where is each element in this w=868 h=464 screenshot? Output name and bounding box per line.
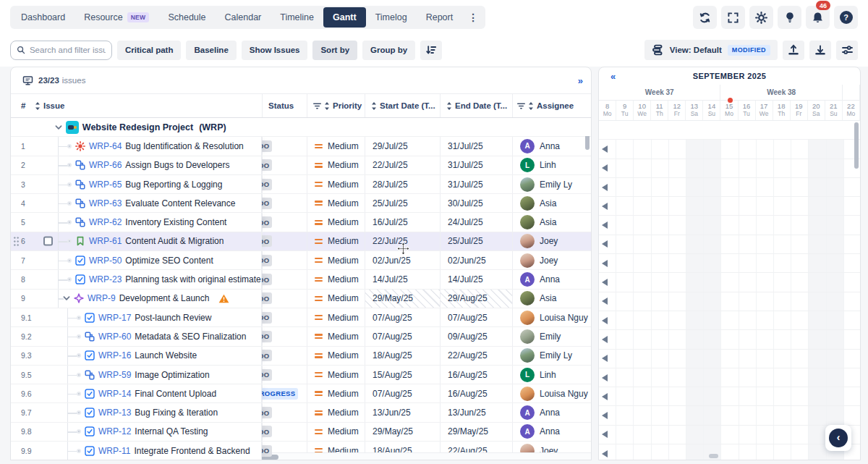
issue-row[interactable]: 7WRP-50Optimize SEO ContentTO DOMedium02… xyxy=(11,251,591,270)
issue-key[interactable]: WRP-14 xyxy=(98,389,131,399)
offscreen-task-left-icon[interactable] xyxy=(602,298,608,305)
issue-key[interactable]: WRP-59 xyxy=(98,370,131,380)
offscreen-task-left-icon[interactable] xyxy=(602,431,608,438)
end-date-cell[interactable]: 31/Jul/25 xyxy=(440,175,512,193)
notifications-button[interactable]: 46 xyxy=(806,6,830,29)
gantt-task-row[interactable] xyxy=(599,426,860,444)
issue-summary[interactable]: Image Optimization xyxy=(135,370,209,380)
dependency-handle[interactable] xyxy=(67,201,72,206)
hints-button[interactable] xyxy=(778,6,801,29)
gantt-task-row[interactable] xyxy=(599,254,860,273)
end-date-cell[interactable]: 25/Jul/25 xyxy=(440,232,512,250)
tab-dashboard[interactable]: Dashboard xyxy=(12,7,75,28)
issue-row[interactable]: 9.2WRP-60Metadata & SEO FinalizationTO D… xyxy=(11,327,591,346)
start-date-cell[interactable]: 07/Aug/25 xyxy=(365,384,440,402)
tab-gantt[interactable]: Gantt xyxy=(323,7,366,28)
dependency-handle[interactable] xyxy=(77,429,81,434)
dependency-handle[interactable] xyxy=(67,182,72,187)
dependency-handle[interactable] xyxy=(67,144,72,148)
dependency-handle[interactable] xyxy=(67,220,72,224)
issue-row[interactable]: 3WRP-65Bug Reporting & LoggingTO DOMediu… xyxy=(11,175,591,194)
issue-row[interactable]: 9.3WRP-16Launch WebsiteTO DOMedium18/Aug… xyxy=(11,347,591,366)
start-date-cell[interactable]: 29/May/25 xyxy=(365,423,440,441)
start-date-cell[interactable]: 13/Jun/25 xyxy=(365,403,440,421)
issue-row[interactable]: 9.8WRP-12Internal QA TestingTO DOMedium2… xyxy=(11,423,591,442)
issue-key[interactable]: WRP-9 xyxy=(88,293,116,303)
assignee-cell[interactable]: AAnna xyxy=(512,270,591,288)
offscreen-task-left-icon[interactable] xyxy=(602,393,608,400)
offscreen-task-left-icon[interactable] xyxy=(602,222,608,229)
import-button[interactable] xyxy=(809,41,831,60)
end-date-cell[interactable]: 29/May/25 xyxy=(440,423,512,441)
issue-key[interactable]: WRP-16 xyxy=(98,350,131,360)
end-date-cell[interactable]: 16/Aug/25 xyxy=(440,366,512,384)
assignee-cell[interactable]: Asia xyxy=(512,290,591,308)
column-header-priority[interactable]: Priority xyxy=(307,94,365,117)
assignee-cell[interactable]: AAnna xyxy=(512,403,591,421)
help-button[interactable]: ? xyxy=(834,6,858,29)
end-date-cell[interactable]: 22/Aug/25 xyxy=(440,347,512,365)
dependency-handle[interactable] xyxy=(67,258,72,263)
issue-key[interactable]: WRP-17 xyxy=(98,313,131,323)
issue-key[interactable]: WRP-64 xyxy=(89,141,122,151)
issue-summary[interactable]: Development & Launch xyxy=(119,293,210,303)
dependency-handle[interactable] xyxy=(77,334,81,339)
gantt-task-row[interactable] xyxy=(599,311,860,330)
column-header-issue[interactable]: Issue xyxy=(33,94,262,117)
tab-schedule[interactable]: Schedule xyxy=(158,7,215,28)
start-date-cell[interactable]: 29/Jul/25 xyxy=(365,137,440,155)
issue-row[interactable]: 5WRP-62Inventory Existing ContentTO DOMe… xyxy=(11,213,591,232)
gantt-project-row[interactable] xyxy=(599,121,860,140)
issue-key[interactable]: WRP-50 xyxy=(89,256,122,266)
column-header-start-date[interactable]: Start Date (T... xyxy=(365,94,440,117)
gantt-task-row[interactable] xyxy=(599,292,860,311)
gantt-task-row[interactable] xyxy=(599,178,860,197)
assignee-cell[interactable]: Louisa Nguy xyxy=(512,384,591,402)
nav-overflow-button[interactable]: ⋮ xyxy=(462,7,484,28)
gantt-task-row[interactable] xyxy=(599,406,860,425)
issue-summary[interactable]: Planning task with original estimate xyxy=(125,274,260,284)
issue-row[interactable]: 1WRP-64Bug Identification & ResolutionTO… xyxy=(11,137,591,156)
offscreen-task-left-icon[interactable] xyxy=(602,240,608,248)
gantt-task-row[interactable] xyxy=(599,197,860,216)
gantt-horizontal-scrollbar[interactable] xyxy=(709,454,718,458)
issue-summary[interactable]: Launch Website xyxy=(135,350,197,360)
critical-path-button[interactable]: Critical path xyxy=(117,41,181,60)
column-header-assignee[interactable]: Assignee xyxy=(512,94,591,117)
issue-summary[interactable]: Bug Identification & Resolution xyxy=(125,141,243,151)
baseline-button[interactable]: Baseline xyxy=(186,41,236,60)
dependency-handle[interactable] xyxy=(67,239,72,243)
assignee-cell[interactable]: Emily Ly xyxy=(512,347,591,365)
column-header-end-date[interactable]: End Date (T... xyxy=(440,94,512,117)
assignee-cell[interactable]: AAnna xyxy=(512,423,591,441)
assignee-cell[interactable]: LLinh xyxy=(512,156,591,174)
offscreen-task-left-icon[interactable] xyxy=(602,184,608,191)
issue-key[interactable]: WRP-65 xyxy=(89,180,122,190)
issue-summary[interactable]: Optimize SEO Content xyxy=(125,256,213,266)
start-date-cell[interactable]: 18/Aug/25 xyxy=(365,347,440,365)
issue-row[interactable]: 9.6WRP-14Final Content UploadIN PROGRESS… xyxy=(11,384,591,403)
start-date-cell[interactable]: 29/May/25 xyxy=(365,290,440,308)
display-settings-button[interactable] xyxy=(836,41,858,60)
issue-row[interactable]: 9WRP-9Development & LaunchTO DOMedium29/… xyxy=(11,290,591,308)
start-date-cell[interactable]: 15/Aug/25 xyxy=(365,366,440,384)
dependency-handle[interactable] xyxy=(67,277,72,282)
issue-row[interactable]: 4WRP-63Evaluate Content RelevanceTO DOMe… xyxy=(11,194,591,213)
start-date-cell[interactable]: 02/Jun/25 xyxy=(365,251,440,269)
show-issues-button[interactable]: Show Issues xyxy=(242,41,308,60)
issue-key[interactable]: WRP-63 xyxy=(89,198,122,208)
column-header-status[interactable]: Status xyxy=(262,94,307,117)
gantt-task-row[interactable] xyxy=(599,387,860,406)
assignee-cell[interactable]: Emily Ly xyxy=(512,175,591,193)
gantt-task-row[interactable] xyxy=(599,159,860,178)
issue-summary[interactable]: Integrate Frontend & Backend xyxy=(134,446,250,456)
sort-by-button[interactable]: Sort by xyxy=(312,41,357,60)
end-date-cell[interactable]: 09/Aug/25 xyxy=(440,327,512,345)
issue-summary[interactable]: Inventory Existing Content xyxy=(125,217,226,227)
end-date-cell[interactable]: 29/Aug/25 xyxy=(440,290,512,308)
gantt-task-row[interactable] xyxy=(599,273,860,292)
offscreen-task-left-icon[interactable] xyxy=(602,279,608,286)
end-date-cell[interactable]: 02/Jun/25 xyxy=(440,251,512,269)
sync-button[interactable] xyxy=(693,6,717,29)
dependency-handle[interactable] xyxy=(77,373,81,377)
